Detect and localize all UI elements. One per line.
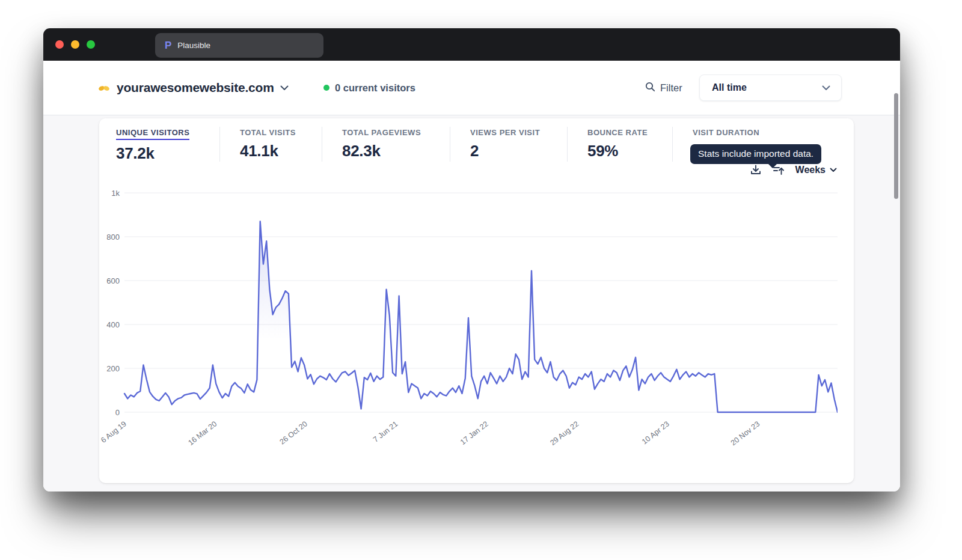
metric-tab-total-pageviews[interactable]: TOTAL PAGEVIEWS82.3k	[322, 127, 450, 162]
dashboard-header: yourawesomewebsite.com 0 current visitor…	[43, 61, 900, 115]
browser-titlebar: P Plausible	[43, 28, 900, 61]
metric-value: 82.3k	[342, 142, 450, 160]
date-range-value: All time	[712, 82, 747, 93]
y-axis-tick: 0	[115, 408, 120, 417]
search-icon	[645, 82, 655, 94]
zoom-window-button[interactable]	[87, 40, 95, 49]
filter-button[interactable]: Filter	[645, 82, 682, 94]
browser-tab[interactable]: P Plausible	[155, 33, 323, 58]
imported-data-tooltip: Stats include imported data.	[690, 144, 821, 164]
y-axis-tick: 600	[106, 276, 120, 285]
x-axis-tick: 20 Nov 23	[729, 419, 762, 447]
metric-tab-unique-visitors[interactable]: UNIQUE VISITORS37.2k	[116, 127, 219, 162]
chevron-down-icon	[822, 82, 830, 93]
chart-line	[124, 221, 838, 412]
site-favicon-icon	[97, 81, 111, 94]
chart-controls: Weeks	[750, 164, 837, 176]
metric-label: TOTAL PAGEVIEWS	[342, 128, 421, 137]
chevron-down-icon	[280, 82, 289, 93]
metric-value: 59%	[587, 142, 672, 160]
window-controls	[55, 40, 95, 49]
stats-card: UNIQUE VISITORS37.2kTOTAL VISITS41.1kTOT…	[99, 118, 854, 483]
x-axis-tick: 17 Jan 22	[459, 419, 490, 446]
plausible-logo-icon: P	[165, 40, 171, 50]
date-range-select[interactable]: All time	[699, 75, 842, 101]
metric-label: VISIT DURATION	[693, 128, 759, 137]
y-axis-tick: 800	[106, 233, 120, 242]
metric-value: 2	[470, 142, 567, 160]
x-axis-tick: 6 Aug 19	[99, 419, 128, 444]
interval-select[interactable]: Weeks	[795, 165, 837, 175]
metric-tab-bounce-rate[interactable]: BOUNCE RATE59%	[567, 127, 672, 162]
download-icon[interactable]	[750, 164, 762, 176]
x-axis-tick: 16 Mar 20	[186, 419, 218, 447]
visitors-chart[interactable]: 02004006008001k6 Aug 1916 Mar 2026 Oct 2…	[99, 187, 838, 469]
chart-canvas[interactable]: 02004006008001k6 Aug 1916 Mar 2026 Oct 2…	[99, 187, 838, 469]
metric-label: UNIQUE VISITORS	[116, 128, 189, 140]
x-axis-tick: 7 Jun 21	[372, 419, 399, 444]
page-content: yourawesomewebsite.com 0 current visitor…	[43, 61, 900, 492]
y-axis-tick: 400	[106, 320, 120, 329]
site-switcher[interactable]: yourawesomewebsite.com	[97, 81, 289, 95]
interval-value: Weeks	[795, 165, 826, 175]
vertical-scrollbar[interactable]	[894, 93, 898, 199]
minimize-window-button[interactable]	[71, 40, 79, 49]
metric-label: VIEWS PER VISIT	[470, 128, 540, 137]
metric-tab-views-per-visit[interactable]: VIEWS PER VISIT2	[450, 127, 567, 162]
metric-value: 37.2k	[116, 144, 219, 163]
metric-value: 41.1k	[240, 142, 322, 160]
metric-label: BOUNCE RATE	[587, 128, 648, 137]
tab-title: Plausible	[177, 41, 210, 50]
current-visitors[interactable]: 0 current visitors	[323, 82, 415, 94]
x-axis-tick: 29 Aug 22	[548, 419, 580, 447]
x-axis-tick: 26 Oct 20	[278, 419, 309, 446]
current-visitors-label: 0 current visitors	[335, 82, 415, 94]
metric-label: TOTAL VISITS	[240, 128, 296, 137]
online-status-dot-icon	[323, 85, 329, 91]
browser-window: P Plausible yourawesomewebsite.com 0	[43, 28, 900, 492]
y-axis-tick: 1k	[111, 189, 120, 198]
site-name: yourawesomewebsite.com	[117, 81, 274, 95]
close-window-button[interactable]	[55, 40, 64, 49]
x-axis-tick: 10 Apr 23	[640, 419, 671, 446]
filter-label: Filter	[660, 82, 682, 94]
tooltip-text: Stats include imported data.	[698, 148, 813, 159]
y-axis-tick: 200	[106, 364, 120, 373]
metric-tab-total-visits[interactable]: TOTAL VISITS41.1k	[219, 127, 322, 162]
